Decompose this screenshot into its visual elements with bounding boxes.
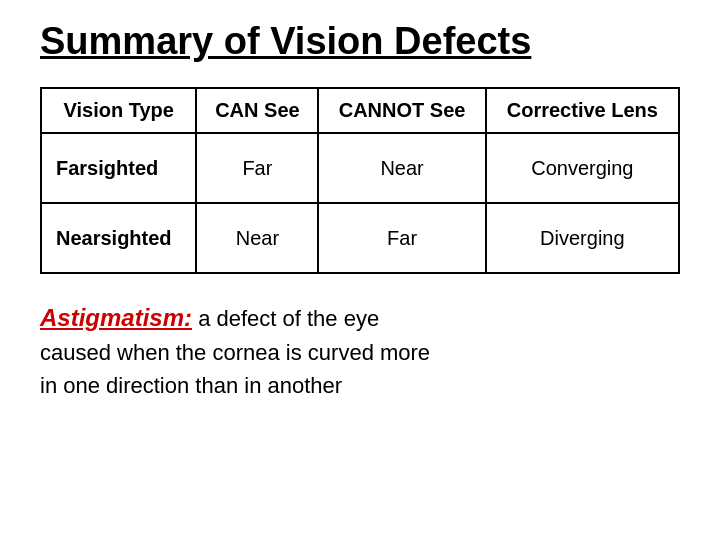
farsighted-type: Farsighted (41, 133, 196, 203)
page-container: Summary of Vision Defects Vision Type CA… (0, 0, 720, 540)
farsighted-can-see: Far (196, 133, 318, 203)
table-header-row: Vision Type CAN See CANNOT See Correctiv… (41, 88, 679, 133)
astigmatism-line-1: Astigmatism: a defect of the eye (40, 300, 680, 336)
astigmatism-section: Astigmatism: a defect of the eye caused … (40, 300, 680, 402)
farsighted-lens: Converging (486, 133, 679, 203)
nearsighted-type: Nearsighted (41, 203, 196, 273)
col-header-cannot-see: CANNOT See (318, 88, 485, 133)
farsighted-cannot-see: Near (318, 133, 485, 203)
page-title: Summary of Vision Defects (40, 20, 680, 63)
table-row: Farsighted Far Near Converging (41, 133, 679, 203)
nearsighted-can-see: Near (196, 203, 318, 273)
col-header-can-see: CAN See (196, 88, 318, 133)
nearsighted-lens: Diverging (486, 203, 679, 273)
vision-table: Vision Type CAN See CANNOT See Correctiv… (40, 87, 680, 274)
astigmatism-label: Astigmatism: (40, 304, 192, 331)
nearsighted-cannot-see: Far (318, 203, 485, 273)
table-row: Nearsighted Near Far Diverging (41, 203, 679, 273)
astigmatism-line-3: in one direction than in another (40, 369, 680, 402)
astigmatism-line-2: caused when the cornea is curved more (40, 336, 680, 369)
table-wrapper: Vision Type CAN See CANNOT See Correctiv… (40, 87, 680, 274)
col-header-vision-type: Vision Type (41, 88, 196, 133)
col-header-corrective-lens: Corrective Lens (486, 88, 679, 133)
astigmatism-text1: a defect of the eye (192, 306, 379, 331)
